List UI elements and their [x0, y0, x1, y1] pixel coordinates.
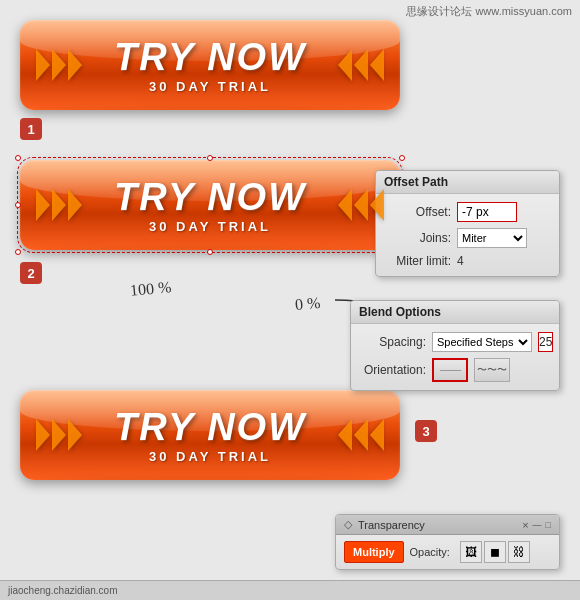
mask-icon[interactable]: ◼	[484, 541, 506, 563]
orientation-row: Orientation: ⏤⏤⏤ 〜〜〜	[361, 358, 549, 382]
opacity-label: Opacity:	[410, 546, 450, 558]
offset-input[interactable]	[457, 202, 517, 222]
steps-value: 25	[538, 332, 553, 352]
step1-button[interactable]: TRY NOW 30 DAY TRIAL	[20, 20, 400, 110]
s3-btn-shadow	[30, 478, 390, 480]
align-page-icon: ⏤⏤⏤	[440, 363, 461, 377]
step3-button[interactable]: TRY NOW 30 DAY TRIAL	[20, 390, 400, 480]
step2-btn-sub: 30 DAY TRIAL	[149, 219, 271, 234]
annotation-0: 0 %	[294, 294, 321, 314]
s3-cr-2	[52, 419, 66, 451]
chevron-left-3	[370, 49, 384, 81]
step3-chevrons-right	[338, 419, 384, 451]
blend-panel-title-text: Blend Options	[359, 305, 441, 319]
step1-section: TRY NOW 30 DAY TRIAL	[20, 20, 400, 110]
s3-cl-1	[338, 419, 352, 451]
btn-shadow	[30, 108, 390, 110]
blend-options-panel: Blend Options Spacing: Specified Steps S…	[350, 300, 560, 391]
joins-select[interactable]: Miter Round Bevel	[457, 228, 527, 248]
transparency-title-bar: ◇ Transparency × — □	[336, 515, 559, 535]
s2-chevron-right-3	[68, 189, 82, 221]
step3-btn-sub: 30 DAY TRIAL	[149, 449, 271, 464]
offset-panel-title-text: Offset Path	[384, 175, 448, 189]
clip-image-icon[interactable]: 🖼	[460, 541, 482, 563]
link-chain-icon[interactable]: ⛓	[508, 541, 530, 563]
transparency-icons: 🖼 ◼ ⛓	[460, 541, 530, 563]
annotation-100: 100 %	[129, 278, 172, 300]
joins-label: Joins:	[386, 231, 451, 245]
align-path-icon: 〜〜〜	[477, 363, 507, 377]
blend-panel-content: Spacing: Specified Steps Smooth Color Sp…	[351, 324, 559, 390]
spacing-row: Spacing: Specified Steps Smooth Color Sp…	[361, 332, 549, 352]
chevron-left-2	[354, 49, 368, 81]
s2-chevron-left-2	[354, 189, 368, 221]
footer-text: jiaocheng.chazidian.com	[8, 585, 118, 596]
s3-cl-2	[354, 419, 368, 451]
chevron-left-1	[338, 49, 352, 81]
orient-align-btn[interactable]: ⏤⏤⏤	[432, 358, 468, 382]
transparency-content: Multiply Opacity: 🖼 ◼ ⛓	[336, 535, 559, 569]
step2-label: 2	[20, 262, 42, 284]
orient-path-btn[interactable]: 〜〜〜	[474, 358, 510, 382]
step2-btn-main: TRY NOW	[114, 176, 306, 219]
s2-chevron-right-1	[36, 189, 50, 221]
spacing-label: Spacing:	[361, 335, 426, 349]
offset-panel-title: Offset Path	[376, 171, 559, 194]
transparency-title-text: Transparency	[352, 519, 522, 531]
btn-main-text: TRY NOW	[114, 36, 306, 79]
step3-btn-main: TRY NOW	[114, 406, 306, 449]
miter-row: Miter limit: 4	[386, 254, 549, 268]
chevrons-left	[36, 49, 82, 81]
step3-section: TRY NOW 30 DAY TRIAL	[20, 390, 400, 480]
step2-button[interactable]: TRY NOW 30 DAY TRIAL	[20, 160, 400, 250]
step1-label: 1	[20, 118, 42, 140]
chevron-right-2	[52, 49, 66, 81]
offset-row: Offset:	[386, 202, 549, 222]
transparency-panel: ◇ Transparency × — □ Multiply Opacity: 🖼…	[335, 514, 560, 570]
offset-label: Offset:	[386, 205, 451, 219]
step2-chevrons-right	[338, 189, 384, 221]
step2-chevrons-left	[36, 189, 82, 221]
s3-cl-3	[370, 419, 384, 451]
miter-value: 4	[457, 254, 464, 268]
offset-panel-content: Offset: Joins: Miter Round Bevel Miter l…	[376, 194, 559, 276]
blend-mode-button[interactable]: Multiply	[344, 541, 404, 563]
blend-panel-title: Blend Options	[351, 301, 559, 324]
offset-path-panel: Offset Path Offset: Joins: Miter Round B…	[375, 170, 560, 277]
s3-cr-1	[36, 419, 50, 451]
step3-label: 3	[415, 420, 437, 442]
step2-section: TRY NOW 30 DAY TRIAL	[20, 160, 400, 250]
s2-chevron-right-2	[52, 189, 66, 221]
chevron-right-3	[68, 49, 82, 81]
s2-btn-shadow	[30, 248, 390, 250]
s2-chevron-left-3	[370, 189, 384, 221]
step3-chevrons-left	[36, 419, 82, 451]
watermark: 思缘设计论坛 www.missyuan.com	[406, 4, 572, 19]
chevrons-right	[338, 49, 384, 81]
miter-label: Miter limit:	[386, 254, 451, 268]
joins-row: Joins: Miter Round Bevel	[386, 228, 549, 248]
orientation-label: Orientation:	[361, 363, 426, 377]
btn-sub-text: 30 DAY TRIAL	[149, 79, 271, 94]
bottom-bar: jiaocheng.chazidian.com	[0, 580, 580, 600]
s2-chevron-left-1	[338, 189, 352, 221]
spacing-select[interactable]: Specified Steps Smooth Color Specified D…	[432, 332, 532, 352]
s3-cr-3	[68, 419, 82, 451]
chevron-right-1	[36, 49, 50, 81]
